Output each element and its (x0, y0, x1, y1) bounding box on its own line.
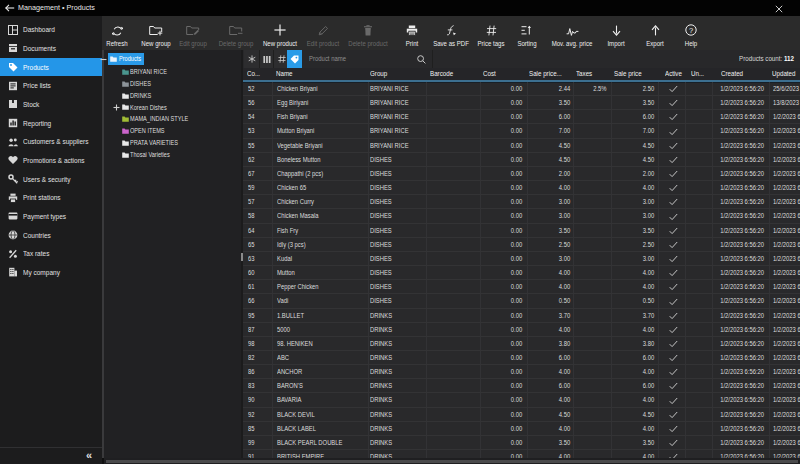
svg-text:?: ? (689, 26, 693, 35)
